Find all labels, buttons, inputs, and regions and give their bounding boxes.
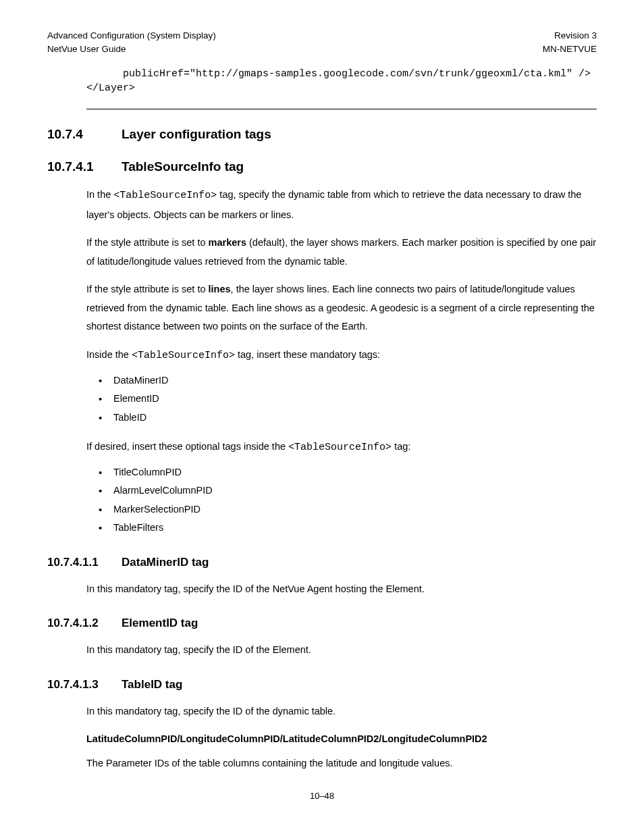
list-optional-tags: TitleColumnPID AlarmLevelColumnPID Marke… [86, 463, 597, 538]
list-item: MarkerSelectionPID [99, 500, 597, 519]
section-body-tablesourceinfo: In the <TableSourceInfo> tag, specify th… [86, 186, 597, 538]
header-left-1: Advanced Configuration (System Display) [47, 30, 216, 42]
paragraph-latlong-desc: The Parameter IDs of the table columns c… [86, 754, 597, 773]
heading-10-7-4-1: 10.7.4.1 TableSourceInfo tag [47, 158, 597, 176]
list-item: DataMinerID [99, 371, 597, 390]
paragraph-markers: If the style attribute is set to markers… [86, 234, 597, 271]
code-line-2: </Layer> [86, 82, 135, 94]
heading-title: TableSourceInfo tag [122, 158, 244, 176]
page-footer: 10–48 [47, 790, 597, 802]
code-block-layer: publicHref="http://gmaps-samples.googlec… [86, 68, 597, 95]
paragraph-optional-intro: If desired, insert these optional tags i… [86, 438, 597, 458]
heading-10-7-4-1-2: 10.7.4.1.2 ElementID tag [47, 616, 597, 631]
code-line-1: publicHref="http://gmaps-samples.googlec… [86, 68, 591, 80]
header-right-2: MN-NETVUE [543, 43, 597, 55]
heading-number: 10.7.4.1.2 [47, 616, 122, 631]
paragraph-mandatory-intro: Inside the <TableSourceInfo> tag, insert… [86, 346, 597, 366]
paragraph-latlong-heading: LatitudeColumnPID/LongitudeColumnPID/Lat… [86, 730, 597, 749]
heading-number: 10.7.4.1.3 [47, 677, 122, 693]
section-body-tableid: In this mandatory tag, specify the ID of… [86, 702, 597, 773]
list-item: ElementID [99, 390, 597, 409]
paragraph-dataminerid: In this mandatory tag, specify the ID of… [86, 580, 597, 599]
paragraph-intro: In the <TableSourceInfo> tag, specify th… [86, 186, 597, 224]
list-item: TableID [99, 409, 597, 427]
heading-10-7-4-1-1: 10.7.4.1.1 DataMinerID tag [47, 555, 597, 571]
tag-tablesourceinfo: <TableSourceInfo> [113, 190, 217, 201]
paragraph-lines: If the style attribute is set to lines, … [86, 280, 597, 336]
page-header-line1: Advanced Configuration (System Display) … [47, 30, 597, 42]
heading-number: 10.7.4.1 [47, 158, 122, 176]
list-item: TableFilters [99, 519, 597, 538]
paragraph-elementid: In this mandatory tag, specify the ID of… [86, 641, 597, 660]
list-item: TitleColumnPID [99, 463, 597, 482]
heading-title: DataMinerID tag [122, 555, 209, 571]
header-right-1: Revision 3 [554, 30, 597, 42]
horizontal-rule [86, 109, 597, 109]
list-item: AlarmLevelColumnPID [99, 481, 597, 500]
section-body-elementid: In this mandatory tag, specify the ID of… [86, 641, 597, 660]
page-header-line2: NetVue User Guide MN-NETVUE [47, 43, 597, 55]
heading-number: 10.7.4.1.1 [47, 555, 122, 571]
heading-title: ElementID tag [122, 616, 198, 631]
tag-tablesourceinfo: <TableSourceInfo> [132, 350, 235, 361]
paragraph-tableid: In this mandatory tag, specify the ID of… [86, 702, 597, 721]
style-lines: lines [209, 284, 231, 294]
style-markers: markers [209, 237, 246, 248]
header-left-2: NetVue User Guide [47, 43, 126, 55]
heading-title: TableID tag [122, 677, 182, 693]
heading-number: 10.7.4 [47, 126, 122, 143]
heading-10-7-4: 10.7.4 Layer configuration tags [47, 126, 597, 143]
section-body-dataminerid: In this mandatory tag, specify the ID of… [86, 580, 597, 599]
list-mandatory-tags: DataMinerID ElementID TableID [86, 371, 597, 427]
tag-tablesourceinfo: <TableSourceInfo> [288, 442, 392, 453]
heading-title: Layer configuration tags [122, 126, 271, 143]
heading-10-7-4-1-3: 10.7.4.1.3 TableID tag [47, 677, 597, 693]
